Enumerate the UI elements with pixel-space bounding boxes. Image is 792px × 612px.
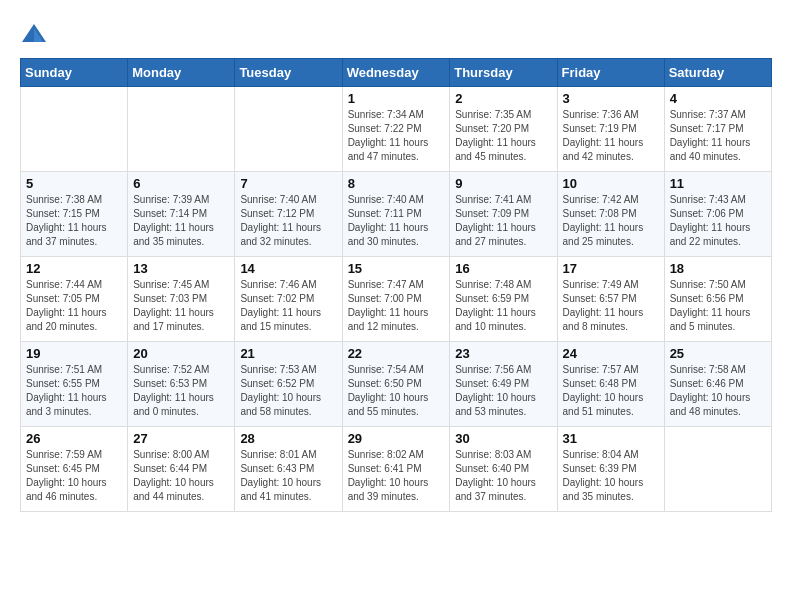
day-info: Sunrise: 8:03 AM Sunset: 6:40 PM Dayligh… [455,448,551,504]
calendar-cell: 13Sunrise: 7:45 AM Sunset: 7:03 PM Dayli… [128,257,235,342]
day-info: Sunrise: 7:58 AM Sunset: 6:46 PM Dayligh… [670,363,766,419]
calendar-cell: 8Sunrise: 7:40 AM Sunset: 7:11 PM Daylig… [342,172,450,257]
day-info: Sunrise: 7:52 AM Sunset: 6:53 PM Dayligh… [133,363,229,419]
day-info: Sunrise: 7:34 AM Sunset: 7:22 PM Dayligh… [348,108,445,164]
logo [20,20,52,48]
calendar-cell: 12Sunrise: 7:44 AM Sunset: 7:05 PM Dayli… [21,257,128,342]
day-number: 9 [455,176,551,191]
day-number: 18 [670,261,766,276]
calendar-cell [664,427,771,512]
day-info: Sunrise: 7:40 AM Sunset: 7:11 PM Dayligh… [348,193,445,249]
day-number: 6 [133,176,229,191]
day-number: 31 [563,431,659,446]
day-number: 17 [563,261,659,276]
day-number: 20 [133,346,229,361]
day-number: 7 [240,176,336,191]
calendar-cell: 18Sunrise: 7:50 AM Sunset: 6:56 PM Dayli… [664,257,771,342]
calendar-cell: 27Sunrise: 8:00 AM Sunset: 6:44 PM Dayli… [128,427,235,512]
day-info: Sunrise: 7:45 AM Sunset: 7:03 PM Dayligh… [133,278,229,334]
day-info: Sunrise: 8:00 AM Sunset: 6:44 PM Dayligh… [133,448,229,504]
day-info: Sunrise: 7:43 AM Sunset: 7:06 PM Dayligh… [670,193,766,249]
day-info: Sunrise: 8:02 AM Sunset: 6:41 PM Dayligh… [348,448,445,504]
calendar-cell: 24Sunrise: 7:57 AM Sunset: 6:48 PM Dayli… [557,342,664,427]
day-number: 27 [133,431,229,446]
calendar-cell: 23Sunrise: 7:56 AM Sunset: 6:49 PM Dayli… [450,342,557,427]
calendar-cell: 5Sunrise: 7:38 AM Sunset: 7:15 PM Daylig… [21,172,128,257]
calendar-cell: 11Sunrise: 7:43 AM Sunset: 7:06 PM Dayli… [664,172,771,257]
day-number: 1 [348,91,445,106]
day-number: 29 [348,431,445,446]
calendar-cell: 9Sunrise: 7:41 AM Sunset: 7:09 PM Daylig… [450,172,557,257]
calendar-cell: 30Sunrise: 8:03 AM Sunset: 6:40 PM Dayli… [450,427,557,512]
day-number: 25 [670,346,766,361]
calendar-cell: 20Sunrise: 7:52 AM Sunset: 6:53 PM Dayli… [128,342,235,427]
page-header [20,20,772,48]
day-number: 24 [563,346,659,361]
day-info: Sunrise: 7:35 AM Sunset: 7:20 PM Dayligh… [455,108,551,164]
day-number: 21 [240,346,336,361]
calendar-cell: 31Sunrise: 8:04 AM Sunset: 6:39 PM Dayli… [557,427,664,512]
calendar-cell: 26Sunrise: 7:59 AM Sunset: 6:45 PM Dayli… [21,427,128,512]
day-info: Sunrise: 7:44 AM Sunset: 7:05 PM Dayligh… [26,278,122,334]
calendar-cell: 25Sunrise: 7:58 AM Sunset: 6:46 PM Dayli… [664,342,771,427]
calendar-cell [128,87,235,172]
calendar-week-1: 1Sunrise: 7:34 AM Sunset: 7:22 PM Daylig… [21,87,772,172]
day-info: Sunrise: 7:41 AM Sunset: 7:09 PM Dayligh… [455,193,551,249]
day-info: Sunrise: 7:37 AM Sunset: 7:17 PM Dayligh… [670,108,766,164]
day-number: 30 [455,431,551,446]
day-number: 19 [26,346,122,361]
day-number: 10 [563,176,659,191]
calendar-header-row: SundayMondayTuesdayWednesdayThursdayFrid… [21,59,772,87]
calendar-cell: 21Sunrise: 7:53 AM Sunset: 6:52 PM Dayli… [235,342,342,427]
day-number: 13 [133,261,229,276]
weekday-header-tuesday: Tuesday [235,59,342,87]
day-number: 26 [26,431,122,446]
calendar-cell: 10Sunrise: 7:42 AM Sunset: 7:08 PM Dayli… [557,172,664,257]
day-number: 12 [26,261,122,276]
calendar-cell: 1Sunrise: 7:34 AM Sunset: 7:22 PM Daylig… [342,87,450,172]
calendar-week-3: 12Sunrise: 7:44 AM Sunset: 7:05 PM Dayli… [21,257,772,342]
calendar-cell [235,87,342,172]
calendar-week-4: 19Sunrise: 7:51 AM Sunset: 6:55 PM Dayli… [21,342,772,427]
day-info: Sunrise: 7:59 AM Sunset: 6:45 PM Dayligh… [26,448,122,504]
calendar-week-5: 26Sunrise: 7:59 AM Sunset: 6:45 PM Dayli… [21,427,772,512]
calendar-cell: 2Sunrise: 7:35 AM Sunset: 7:20 PM Daylig… [450,87,557,172]
day-info: Sunrise: 7:36 AM Sunset: 7:19 PM Dayligh… [563,108,659,164]
weekday-header-sunday: Sunday [21,59,128,87]
day-info: Sunrise: 7:50 AM Sunset: 6:56 PM Dayligh… [670,278,766,334]
calendar-cell: 28Sunrise: 8:01 AM Sunset: 6:43 PM Dayli… [235,427,342,512]
calendar-table: SundayMondayTuesdayWednesdayThursdayFrid… [20,58,772,512]
day-number: 5 [26,176,122,191]
day-number: 4 [670,91,766,106]
calendar-cell: 16Sunrise: 7:48 AM Sunset: 6:59 PM Dayli… [450,257,557,342]
day-number: 2 [455,91,551,106]
day-number: 3 [563,91,659,106]
calendar-cell: 19Sunrise: 7:51 AM Sunset: 6:55 PM Dayli… [21,342,128,427]
day-number: 16 [455,261,551,276]
weekday-header-saturday: Saturday [664,59,771,87]
calendar-cell: 6Sunrise: 7:39 AM Sunset: 7:14 PM Daylig… [128,172,235,257]
day-info: Sunrise: 7:53 AM Sunset: 6:52 PM Dayligh… [240,363,336,419]
day-info: Sunrise: 7:54 AM Sunset: 6:50 PM Dayligh… [348,363,445,419]
day-info: Sunrise: 8:04 AM Sunset: 6:39 PM Dayligh… [563,448,659,504]
logo-icon [20,20,48,48]
day-info: Sunrise: 7:51 AM Sunset: 6:55 PM Dayligh… [26,363,122,419]
calendar-cell: 14Sunrise: 7:46 AM Sunset: 7:02 PM Dayli… [235,257,342,342]
day-info: Sunrise: 7:46 AM Sunset: 7:02 PM Dayligh… [240,278,336,334]
day-number: 23 [455,346,551,361]
day-info: Sunrise: 7:47 AM Sunset: 7:00 PM Dayligh… [348,278,445,334]
calendar-cell: 29Sunrise: 8:02 AM Sunset: 6:41 PM Dayli… [342,427,450,512]
day-info: Sunrise: 7:40 AM Sunset: 7:12 PM Dayligh… [240,193,336,249]
calendar-cell: 17Sunrise: 7:49 AM Sunset: 6:57 PM Dayli… [557,257,664,342]
day-number: 15 [348,261,445,276]
day-number: 28 [240,431,336,446]
calendar-week-2: 5Sunrise: 7:38 AM Sunset: 7:15 PM Daylig… [21,172,772,257]
calendar-cell: 3Sunrise: 7:36 AM Sunset: 7:19 PM Daylig… [557,87,664,172]
day-info: Sunrise: 7:49 AM Sunset: 6:57 PM Dayligh… [563,278,659,334]
calendar-cell: 22Sunrise: 7:54 AM Sunset: 6:50 PM Dayli… [342,342,450,427]
day-info: Sunrise: 7:57 AM Sunset: 6:48 PM Dayligh… [563,363,659,419]
day-info: Sunrise: 7:42 AM Sunset: 7:08 PM Dayligh… [563,193,659,249]
weekday-header-friday: Friday [557,59,664,87]
day-number: 11 [670,176,766,191]
weekday-header-monday: Monday [128,59,235,87]
